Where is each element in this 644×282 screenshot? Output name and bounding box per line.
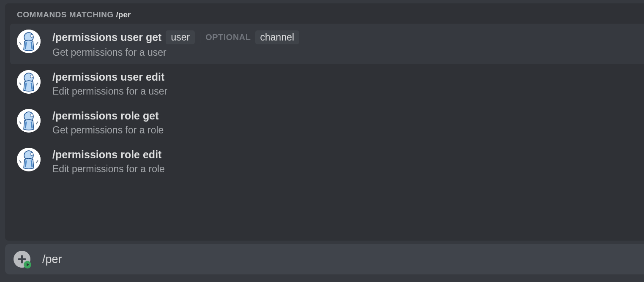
bot-avatar-icon <box>17 30 41 53</box>
header-label: COMMANDS MATCHING <box>17 10 116 19</box>
svg-point-11 <box>30 153 33 156</box>
command-name: /permissions role edit <box>52 149 161 161</box>
command-name: /permissions user edit <box>52 71 164 83</box>
command-name: /permissions user get <box>52 31 161 43</box>
command-description: Edit permissions for a role <box>52 163 637 175</box>
command-description: Get permissions for a role <box>52 125 637 136</box>
command-item[interactable]: /permissions user getuserOPTIONALchannel… <box>10 24 644 64</box>
bot-avatar-icon <box>17 148 41 171</box>
param-required: user <box>166 30 195 44</box>
plus-icon[interactable] <box>14 251 30 268</box>
command-line: /permissions role get <box>52 110 637 122</box>
bot-avatar-icon <box>17 109 41 133</box>
command-item[interactable]: /permissions user editEdit permissions f… <box>10 64 644 103</box>
message-input[interactable]: /per <box>42 253 62 266</box>
bot-avatar-icon <box>17 70 41 94</box>
svg-point-2 <box>30 35 33 38</box>
command-line: /permissions user getuserOPTIONALchannel <box>52 30 637 44</box>
command-line: /permissions role edit <box>52 149 637 161</box>
command-item[interactable]: /permissions role editEdit permissions f… <box>10 142 644 181</box>
command-suggestions-panel: COMMANDS MATCHING /per /permissions user… <box>5 3 644 241</box>
command-line: /permissions user edit <box>52 71 637 83</box>
command-content: /permissions role getGet permissions for… <box>52 109 637 136</box>
message-input-bar[interactable]: /per <box>5 244 644 274</box>
command-description: Get permissions for a user <box>52 47 637 58</box>
header-query: /per <box>116 10 131 19</box>
svg-point-8 <box>30 114 33 117</box>
param-optional: channel <box>255 30 300 44</box>
suggestions-header: COMMANDS MATCHING /per <box>5 10 644 24</box>
param-divider <box>200 32 200 43</box>
command-content: /permissions user editEdit permissions f… <box>52 70 637 97</box>
command-item[interactable]: /permissions role getGet permissions for… <box>10 103 644 142</box>
command-list: /permissions user getuserOPTIONALchannel… <box>5 24 644 181</box>
command-content: /permissions user getuserOPTIONALchannel… <box>52 30 637 58</box>
command-name: /permissions role get <box>52 110 158 122</box>
nitro-play-badge-icon <box>24 261 31 268</box>
optional-label: OPTIONAL <box>205 33 251 42</box>
command-description: Edit permissions for a user <box>52 86 637 97</box>
command-content: /permissions role editEdit permissions f… <box>52 148 637 175</box>
svg-point-5 <box>30 75 33 78</box>
